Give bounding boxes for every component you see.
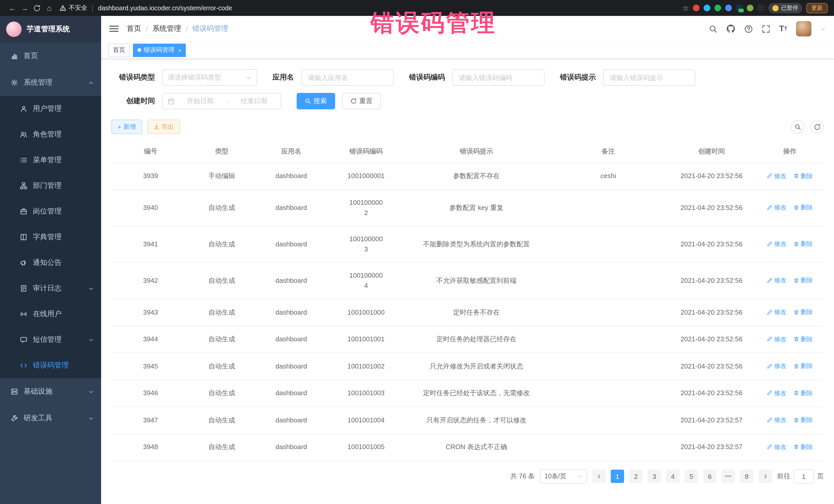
user-avatar[interactable] xyxy=(796,21,811,37)
page-button-1[interactable]: 1 xyxy=(611,469,624,483)
page-button-6[interactable]: 6 xyxy=(703,469,717,483)
edit-link[interactable]: 修改 xyxy=(767,415,786,425)
sidebar-item-sms-management[interactable]: 短信管理 xyxy=(0,327,101,353)
page-unit-label: 页 xyxy=(817,472,824,481)
extension-icon[interactable] xyxy=(758,5,764,11)
delete-link[interactable]: 删除 xyxy=(793,361,813,371)
sidebar-item-error-code-management[interactable]: 错误码管理 xyxy=(0,353,101,378)
tab-home[interactable]: 首页 xyxy=(108,43,130,57)
delete-link[interactable]: 删除 xyxy=(793,202,813,213)
bookmark-star-icon[interactable]: ☆ xyxy=(682,4,689,12)
reload-icon[interactable] xyxy=(31,4,43,12)
tab-error-code-management[interactable]: 错误码管理 × xyxy=(133,43,186,57)
prev-page-button[interactable] xyxy=(592,469,606,483)
back-icon[interactable]: ← xyxy=(6,4,19,12)
filter-label: 错误码类型 xyxy=(111,73,155,82)
security-indicator[interactable]: 不安全 xyxy=(60,4,87,12)
page-button-8[interactable]: 8 xyxy=(740,469,753,483)
sidebar-item-dict-management[interactable]: 字典管理 xyxy=(0,224,101,250)
update-button[interactable]: 更新 xyxy=(806,3,828,13)
extension-icon[interactable] xyxy=(693,5,700,11)
extension-icon[interactable] xyxy=(704,5,710,11)
hamburger-icon[interactable] xyxy=(109,26,118,32)
close-icon[interactable]: × xyxy=(178,47,181,53)
github-icon[interactable] xyxy=(726,24,736,34)
edit-link[interactable]: 修改 xyxy=(767,307,786,317)
sidebar-item-post-management[interactable]: 岗位管理 xyxy=(0,199,101,224)
delete-link[interactable]: 删除 xyxy=(793,275,813,286)
delete-link[interactable]: 删除 xyxy=(793,442,813,452)
cell-remark xyxy=(549,190,667,226)
chevron-down-icon[interactable] xyxy=(820,26,826,31)
edit-link[interactable]: 修改 xyxy=(767,442,786,452)
extension-icon[interactable] xyxy=(747,5,753,11)
extension-icon[interactable] xyxy=(725,5,732,11)
delete-link[interactable]: 删除 xyxy=(793,307,813,317)
date-range-picker[interactable]: 开始日期 - 结束日期 xyxy=(162,93,281,109)
sidebar-item-user-management[interactable]: 用户管理 xyxy=(0,96,101,122)
goto-page-input[interactable] xyxy=(793,469,814,483)
more-pages-button[interactable]: ••• xyxy=(722,469,735,483)
cell-hint: 参数配置 key 重复 xyxy=(403,190,549,226)
sidebar-item-dept-management[interactable]: 部门管理 xyxy=(0,173,101,199)
end-date-placeholder: 结束日期 xyxy=(232,96,276,106)
sidebar-item-notice[interactable]: 通知公告 xyxy=(0,250,101,276)
edit-link[interactable]: 修改 xyxy=(767,202,786,213)
reset-button[interactable]: 重置 xyxy=(342,93,381,109)
org-tree-icon xyxy=(20,182,28,190)
edit-link[interactable]: 修改 xyxy=(767,239,786,249)
show-search-button[interactable] xyxy=(791,120,804,133)
fullscreen-icon[interactable] xyxy=(762,24,770,33)
sidebar-item-infrastructure[interactable]: 基础设施 xyxy=(0,378,101,405)
delete-link[interactable]: 删除 xyxy=(793,334,813,344)
edit-link[interactable]: 修改 xyxy=(767,334,786,344)
address-bar-url[interactable]: dashboard.yudao.iocoder.cn/system/error-… xyxy=(98,4,232,12)
search-button[interactable]: 搜索 xyxy=(297,93,335,109)
add-button[interactable]: + 新增 xyxy=(111,119,142,134)
sidebar-item-system-management[interactable]: 系统管理 xyxy=(0,69,101,96)
paused-badge[interactable]: 已暂停 xyxy=(768,3,802,13)
edit-link[interactable]: 修改 xyxy=(767,275,786,286)
extension-icon[interactable] xyxy=(736,5,743,11)
sidebar-item-online-users[interactable]: 在线用户 xyxy=(0,301,101,327)
delete-link[interactable]: 删除 xyxy=(793,239,813,249)
delete-link[interactable]: 删除 xyxy=(793,388,813,398)
home-icon[interactable]: ⌂ xyxy=(43,4,56,12)
trash-icon xyxy=(793,336,799,342)
sidebar-item-role-management[interactable]: 角色管理 xyxy=(0,122,101,147)
breadcrumb-system[interactable]: 系统管理 xyxy=(152,24,181,34)
page-button-3[interactable]: 3 xyxy=(648,469,661,483)
error-hint-input[interactable] xyxy=(603,69,696,86)
delete-link[interactable]: 删除 xyxy=(793,171,813,181)
app-name-input[interactable] xyxy=(301,69,394,86)
refresh-table-button[interactable] xyxy=(810,120,824,133)
sidebar-item-audit-log[interactable]: 审计日志 xyxy=(0,276,101,301)
chevron-down-icon xyxy=(88,337,94,343)
plus-icon: + xyxy=(117,124,122,130)
page-button-2[interactable]: 2 xyxy=(629,469,642,483)
sidebar-logo[interactable]: 芋道管理系统 xyxy=(0,16,101,43)
trash-icon xyxy=(793,390,799,396)
page-size-select[interactable]: 10条/页 xyxy=(540,469,587,483)
filter-error-hint: 错误码提示 xyxy=(560,69,696,86)
delete-link[interactable]: 删除 xyxy=(793,415,813,425)
pencil-icon xyxy=(767,417,772,423)
sidebar-item-menu-management[interactable]: 菜单管理 xyxy=(0,147,101,173)
page-button-4[interactable]: 4 xyxy=(666,469,680,483)
help-icon[interactable] xyxy=(744,24,753,33)
page-button-5[interactable]: 5 xyxy=(685,469,698,483)
export-button[interactable]: 导出 xyxy=(147,119,180,134)
search-icon[interactable] xyxy=(709,24,718,33)
forward-icon[interactable]: → xyxy=(19,4,31,12)
font-size-icon[interactable]: TT xyxy=(779,25,787,33)
error-code-input[interactable] xyxy=(452,69,545,86)
extension-icon[interactable] xyxy=(715,5,721,11)
edit-link[interactable]: 修改 xyxy=(767,361,786,371)
breadcrumb-home[interactable]: 首页 xyxy=(127,24,141,34)
sidebar-item-dev-tools[interactable]: 研发工具 xyxy=(0,405,101,432)
edit-link[interactable]: 修改 xyxy=(767,171,786,181)
sidebar-item-home[interactable]: 首页 xyxy=(0,43,101,69)
error-type-select[interactable]: 请选择错误码类型 xyxy=(162,69,257,86)
next-page-button[interactable] xyxy=(759,469,772,483)
edit-link[interactable]: 修改 xyxy=(767,388,786,398)
